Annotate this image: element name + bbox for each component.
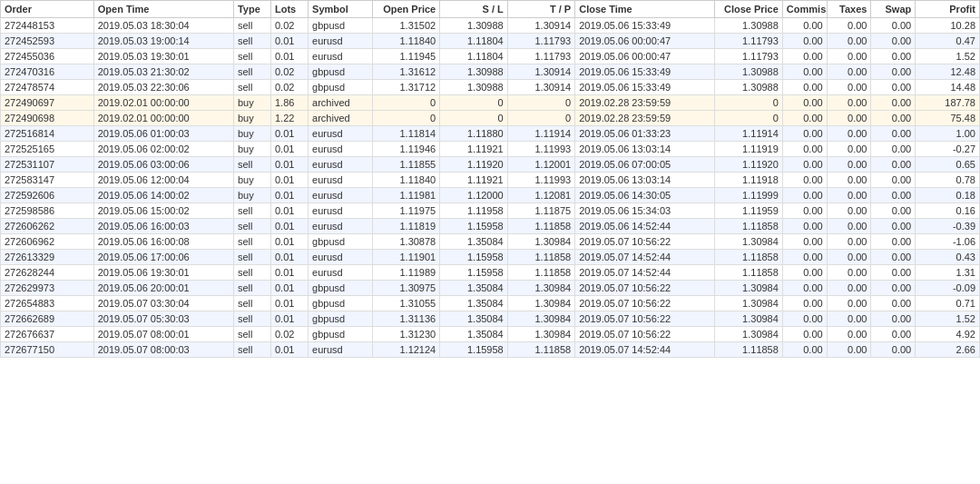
table-row: 2726133292019.05.06 17:00:06sell0.01euru… bbox=[1, 250, 980, 265]
cell-commission: 0.00 bbox=[782, 188, 827, 203]
cell-id: 272606962 bbox=[1, 234, 94, 250]
cell-symbol: gbpusd bbox=[309, 281, 373, 296]
cell-commission: 0.00 bbox=[782, 157, 827, 173]
cell-open_time: 2019.05.06 20:00:01 bbox=[93, 281, 233, 296]
cell-profit: -0.27 bbox=[916, 142, 980, 157]
cell-type: sell bbox=[233, 296, 270, 311]
cell-profit: -0.39 bbox=[916, 219, 980, 234]
cell-symbol: eurusd bbox=[309, 219, 373, 234]
cell-type: buy bbox=[233, 173, 270, 188]
cell-type: sell bbox=[233, 64, 270, 80]
cell-swap: 0.00 bbox=[871, 126, 916, 142]
cell-swap: 0.00 bbox=[871, 250, 916, 265]
table-row: 2725985862019.05.06 15:00:02sell0.01euru… bbox=[1, 203, 980, 219]
cell-profit: 0.71 bbox=[916, 296, 980, 311]
cell-profit: 1.52 bbox=[916, 49, 980, 64]
cell-open_time: 2019.05.06 02:00:02 bbox=[93, 142, 233, 157]
cell-profit: 0.65 bbox=[916, 157, 980, 173]
table-row: 2726766372019.05.07 08:00:01sell0.02gbpu… bbox=[1, 327, 980, 342]
cell-sl: 1.30988 bbox=[440, 80, 508, 95]
cell-swap: 0.00 bbox=[871, 234, 916, 250]
cell-profit: 1.00 bbox=[916, 126, 980, 142]
cell-type: sell bbox=[233, 342, 270, 358]
cell-swap: 0.00 bbox=[871, 311, 916, 327]
cell-close_time: 2019.05.07 10:56:22 bbox=[575, 296, 715, 311]
cell-open_time: 2019.05.06 03:00:06 bbox=[93, 157, 233, 173]
cell-open_price: 1.11945 bbox=[372, 49, 440, 64]
cell-open_time: 2019.05.03 22:30:06 bbox=[93, 80, 233, 95]
cell-tp: 1.11793 bbox=[507, 34, 575, 49]
cell-open_time: 2019.05.06 19:30:01 bbox=[93, 265, 233, 281]
cell-symbol: eurusd bbox=[309, 49, 373, 64]
cell-close_time: 2019.05.06 07:00:05 bbox=[575, 157, 715, 173]
cell-symbol: gbpusd bbox=[309, 64, 373, 80]
cell-symbol: eurusd bbox=[309, 126, 373, 142]
cell-lots: 0.02 bbox=[270, 64, 308, 80]
cell-profit: 12.48 bbox=[916, 64, 980, 80]
cell-commission: 0.00 bbox=[782, 126, 827, 142]
cell-swap: 0.00 bbox=[871, 18, 916, 34]
col-header-tp: T / P bbox=[507, 1, 575, 18]
cell-close_price: 1.30984 bbox=[715, 281, 783, 296]
cell-lots: 0.01 bbox=[270, 250, 308, 265]
cell-id: 272592606 bbox=[1, 188, 94, 203]
table-row: 2726548832019.05.07 03:30:04sell0.01gbpu… bbox=[1, 296, 980, 311]
col-header-open-time: Open Time bbox=[93, 1, 233, 18]
cell-close_price: 1.11920 bbox=[715, 157, 783, 173]
cell-symbol: eurusd bbox=[309, 203, 373, 219]
cell-close_time: 2019.05.06 15:33:49 bbox=[575, 64, 715, 80]
cell-symbol: eurusd bbox=[309, 173, 373, 188]
col-header-swap: Swap bbox=[871, 1, 916, 18]
cell-lots: 0.02 bbox=[270, 80, 308, 95]
cell-close_time: 2019.05.06 15:33:49 bbox=[575, 80, 715, 95]
cell-sl: 1.11880 bbox=[440, 126, 508, 142]
cell-close_time: 2019.05.07 10:56:22 bbox=[575, 311, 715, 327]
cell-id: 272448153 bbox=[1, 18, 94, 34]
cell-close_price: 1.30988 bbox=[715, 18, 783, 34]
trades-table: Order Open Time Type Lots Symbol Open Pr… bbox=[0, 0, 980, 358]
cell-profit: 0.47 bbox=[916, 34, 980, 49]
cell-id: 272531107 bbox=[1, 157, 94, 173]
cell-lots: 0.02 bbox=[270, 327, 308, 342]
cell-close_price: 1.11959 bbox=[715, 203, 783, 219]
cell-open_price: 1.11814 bbox=[372, 126, 440, 142]
cell-type: buy bbox=[233, 111, 270, 126]
cell-swap: 0.00 bbox=[871, 173, 916, 188]
cell-tp: 1.30914 bbox=[507, 80, 575, 95]
cell-open_price: 1.11840 bbox=[372, 173, 440, 188]
cell-commission: 0.00 bbox=[782, 80, 827, 95]
col-header-lots: Lots bbox=[270, 1, 308, 18]
cell-lots: 1.86 bbox=[270, 95, 308, 111]
cell-profit: -1.06 bbox=[916, 234, 980, 250]
table-row: 2725311072019.05.06 03:00:06sell0.01euru… bbox=[1, 157, 980, 173]
cell-commission: 0.00 bbox=[782, 111, 827, 126]
cell-sl: 1.15958 bbox=[440, 265, 508, 281]
table-header-row: Order Open Time Type Lots Symbol Open Pr… bbox=[1, 1, 980, 18]
cell-tp: 1.11914 bbox=[507, 126, 575, 142]
table-row: 2725251652019.05.06 02:00:02buy0.01eurus… bbox=[1, 142, 980, 157]
cell-taxes: 0.00 bbox=[827, 311, 871, 327]
cell-open_price: 1.11989 bbox=[372, 265, 440, 281]
cell-sl: 1.11804 bbox=[440, 49, 508, 64]
cell-sl: 1.30988 bbox=[440, 64, 508, 80]
cell-close_time: 2019.05.06 13:03:14 bbox=[575, 173, 715, 188]
cell-tp: 1.11875 bbox=[507, 203, 575, 219]
cell-symbol: eurusd bbox=[309, 265, 373, 281]
col-header-sl: S / L bbox=[440, 1, 508, 18]
cell-profit: 1.31 bbox=[916, 265, 980, 281]
cell-tp: 1.30984 bbox=[507, 281, 575, 296]
cell-id: 272628244 bbox=[1, 265, 94, 281]
table-row: 2726069622019.05.06 16:00:08sell0.01gbpu… bbox=[1, 234, 980, 250]
cell-id: 272583147 bbox=[1, 173, 94, 188]
cell-swap: 0.00 bbox=[871, 157, 916, 173]
cell-sl: 1.15958 bbox=[440, 250, 508, 265]
cell-symbol: eurusd bbox=[309, 142, 373, 157]
cell-type: sell bbox=[233, 49, 270, 64]
cell-type: buy bbox=[233, 188, 270, 203]
cell-swap: 0.00 bbox=[871, 142, 916, 157]
cell-open_price: 1.11855 bbox=[372, 157, 440, 173]
cell-id: 272470316 bbox=[1, 64, 94, 80]
cell-commission: 0.00 bbox=[782, 49, 827, 64]
cell-close_price: 1.30988 bbox=[715, 64, 783, 80]
cell-swap: 0.00 bbox=[871, 327, 916, 342]
